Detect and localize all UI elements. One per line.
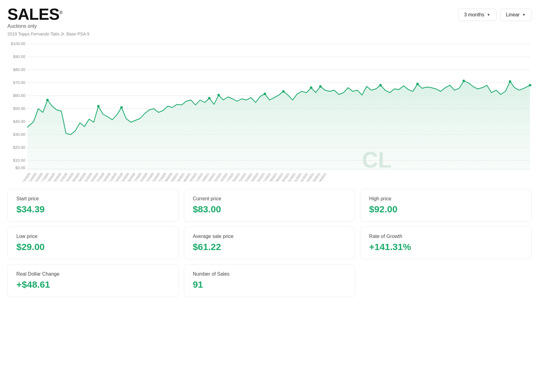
high-price-card: High price $92.00 bbox=[360, 189, 532, 222]
sales-text: SALES bbox=[7, 5, 59, 23]
avg-price-value: $61.22 bbox=[193, 242, 346, 252]
start-price-value: $34.39 bbox=[16, 204, 170, 215]
num-sales-label: Number of Sales bbox=[193, 271, 346, 277]
svg-text:$60.00: $60.00 bbox=[13, 93, 25, 98]
current-price-label: Current price bbox=[193, 196, 346, 202]
svg-text:$20.00: $20.00 bbox=[13, 145, 25, 150]
start-price-card: Start price $34.39 bbox=[7, 189, 179, 222]
svg-text:CL: CL bbox=[362, 148, 392, 172]
svg-text:$100.00: $100.00 bbox=[11, 41, 25, 46]
svg-point-33 bbox=[462, 80, 465, 82]
current-price-card: Current price $83.00 bbox=[184, 189, 355, 222]
stats-row-1: Start price $34.39 Current price $83.00 … bbox=[7, 189, 532, 222]
svg-point-26 bbox=[218, 94, 220, 96]
growth-card: Rate of Growth +141.31% bbox=[360, 227, 532, 259]
dollar-change-value: +$48.61 bbox=[16, 279, 170, 290]
svg-point-24 bbox=[120, 106, 123, 109]
current-price-value: $83.00 bbox=[193, 204, 346, 215]
stats-row-2: Low price $29.00 Average sale price $61.… bbox=[7, 227, 532, 259]
svg-point-31 bbox=[379, 84, 382, 86]
avg-price-label: Average sale price bbox=[193, 234, 346, 239]
time-period-dropdown[interactable]: 3 months ▼ bbox=[458, 9, 496, 21]
svg-text:$90.00: $90.00 bbox=[13, 54, 25, 59]
chevron-down-icon: ▼ bbox=[487, 13, 491, 17]
svg-point-28 bbox=[282, 90, 284, 93]
title-block: SALES® Auctions only bbox=[7, 6, 62, 29]
time-period-label: 3 months bbox=[464, 12, 484, 18]
svg-text:$50.00: $50.00 bbox=[13, 106, 25, 111]
svg-text:$30.00: $30.00 bbox=[13, 132, 25, 137]
svg-text:$80.00: $80.00 bbox=[13, 67, 25, 72]
page-title: SALES® bbox=[7, 6, 62, 22]
auctions-label: Auctions only bbox=[7, 23, 62, 29]
low-price-value: $29.00 bbox=[16, 242, 170, 252]
num-sales-value: 91 bbox=[193, 279, 346, 290]
svg-point-29 bbox=[310, 86, 312, 89]
svg-text:$70.00: $70.00 bbox=[13, 80, 25, 85]
svg-point-25 bbox=[208, 97, 211, 99]
num-sales-card: Number of Sales 91 bbox=[184, 264, 355, 297]
growth-value: +141.31% bbox=[369, 242, 523, 252]
chart-svg: $100.00 $90.00 $80.00 $70.00 $60.00 $50.… bbox=[7, 40, 532, 181]
scale-dropdown[interactable]: Linear ▼ bbox=[500, 9, 532, 21]
svg-point-22 bbox=[46, 99, 49, 101]
svg-point-27 bbox=[264, 93, 266, 95]
svg-text:$10.00: $10.00 bbox=[13, 158, 25, 163]
stats-row-3: Real Dollar Change +$48.61 Number of Sal… bbox=[7, 264, 532, 297]
svg-point-30 bbox=[319, 85, 321, 88]
header-controls: 3 months ▼ Linear ▼ bbox=[458, 9, 532, 21]
growth-label: Rate of Growth bbox=[369, 234, 523, 239]
avg-price-card: Average sale price $61.22 bbox=[184, 227, 355, 259]
chart-subtitle: 2019 Topps Fernando Tatis Jr. Base PSA 9 bbox=[7, 31, 532, 36]
high-price-value: $92.00 bbox=[369, 204, 523, 215]
svg-text:$40.00: $40.00 bbox=[13, 119, 25, 124]
svg-point-34 bbox=[509, 80, 511, 83]
svg-point-35 bbox=[529, 84, 531, 86]
page-header: SALES® Auctions only 3 months ▼ Linear ▼ bbox=[7, 6, 532, 29]
high-price-label: High price bbox=[369, 196, 523, 202]
dollar-change-label: Real Dollar Change bbox=[16, 271, 170, 277]
price-chart: $100.00 $90.00 $80.00 $70.00 $60.00 $50.… bbox=[7, 40, 532, 181]
scale-label: Linear bbox=[506, 12, 520, 18]
svg-point-23 bbox=[97, 105, 100, 107]
trademark-symbol: ® bbox=[59, 10, 62, 15]
svg-text:$0.00: $0.00 bbox=[15, 165, 25, 170]
chevron-down-icon: ▼ bbox=[522, 13, 526, 17]
low-price-card: Low price $29.00 bbox=[7, 227, 179, 259]
low-price-label: Low price bbox=[16, 234, 170, 239]
dollar-change-card: Real Dollar Change +$48.61 bbox=[7, 264, 179, 297]
svg-point-32 bbox=[416, 83, 419, 85]
start-price-label: Start price bbox=[16, 196, 170, 202]
